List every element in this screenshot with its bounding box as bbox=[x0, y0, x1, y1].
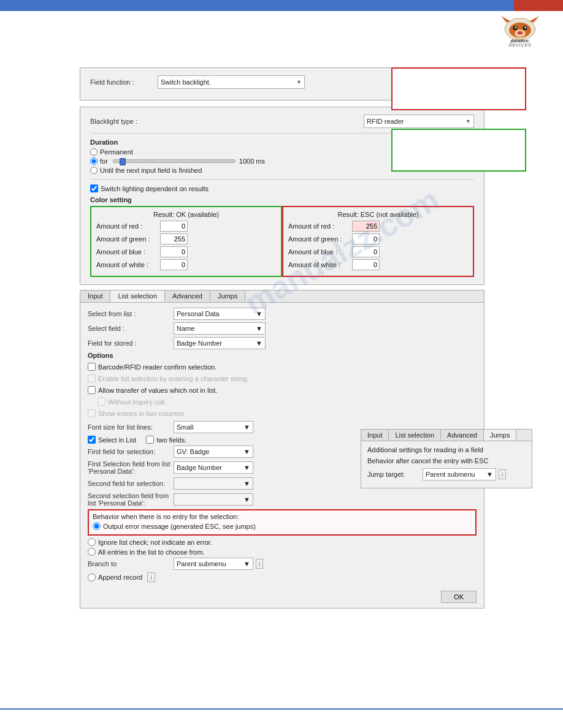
barcode-label: Barcode/RFID reader confirm selection. bbox=[98, 363, 216, 371]
branch-to-select[interactable]: Parent submenu ▼ bbox=[174, 558, 253, 570]
field-function-value: Switch backlight. bbox=[161, 78, 211, 86]
esc-red-row: Amount of red : bbox=[288, 221, 468, 232]
append-info-icon[interactable]: i bbox=[147, 572, 155, 582]
font-size-label: Font size for list lines: bbox=[88, 423, 174, 431]
slider-thumb[interactable] bbox=[120, 158, 126, 165]
field-for-stored-select[interactable]: Badge Number ▼ bbox=[174, 337, 266, 349]
select-field-row: Select field : Name ▼ bbox=[88, 322, 477, 335]
esc-color-box: Result: ESC (not available) Amount of re… bbox=[282, 206, 474, 277]
ok-box-title: Result: OK (available) bbox=[96, 211, 276, 218]
first-selection-field-label: First Selection field from list 'Persona… bbox=[88, 460, 174, 475]
select-field-label: Select field : bbox=[88, 325, 174, 332]
second-field-select[interactable]: ▼ bbox=[174, 477, 253, 490]
output-error-label: Output error message (generated ESC, see… bbox=[103, 523, 256, 530]
tab-list-selection[interactable]: List selection bbox=[110, 290, 165, 302]
preview-box-red bbox=[391, 67, 526, 110]
ignore-list-radio[interactable] bbox=[88, 538, 96, 546]
ok-green-input[interactable] bbox=[160, 233, 188, 245]
tab-input[interactable]: Input bbox=[80, 290, 110, 302]
first-selection-field-arrow: ▼ bbox=[243, 464, 250, 471]
jumps-tab-input[interactable]: Input bbox=[361, 430, 389, 441]
all-entries-radio[interactable] bbox=[88, 548, 96, 556]
switch-lighting-row: Switch lighting dependent on results bbox=[90, 184, 474, 192]
branch-to-row: Branch to Parent submenu ▼ i bbox=[88, 558, 477, 570]
ok-red-input[interactable] bbox=[160, 221, 188, 232]
ok-red-row: Amount of red : bbox=[96, 221, 276, 232]
jumps-tab-jumps[interactable]: Jumps bbox=[484, 430, 516, 441]
select-in-list-checkbox[interactable] bbox=[88, 436, 96, 444]
branch-info-icon[interactable]: i bbox=[256, 559, 263, 569]
esc-green-input[interactable] bbox=[352, 233, 380, 245]
svg-point-9 bbox=[518, 31, 523, 34]
font-size-value: Small bbox=[177, 423, 194, 431]
logo-area: datafox: devices bbox=[496, 13, 545, 48]
two-fields-check-row: two fields. bbox=[146, 436, 186, 444]
behavior-highlight-box: Behavior when there is no entry for the … bbox=[88, 509, 477, 536]
output-error-radio[interactable] bbox=[93, 522, 101, 530]
field-for-stored-arrow: ▼ bbox=[256, 339, 262, 347]
barcode-checkbox[interactable] bbox=[88, 363, 96, 371]
permanent-radio[interactable] bbox=[90, 148, 98, 156]
without-inquiry-label: Without inquiry call. bbox=[108, 398, 166, 406]
second-field-label: Second field for selection: bbox=[88, 480, 174, 487]
options-label: Options bbox=[88, 352, 477, 359]
esc-green-label: Amount of green : bbox=[288, 235, 350, 243]
jumps-tab-list-selection[interactable]: List selection bbox=[389, 430, 441, 441]
switch-lighting-label: Switch lighting dependent on results bbox=[101, 185, 209, 192]
svg-point-7 bbox=[515, 26, 517, 28]
permanent-label: Permanent bbox=[100, 148, 133, 156]
show-entries-checkbox[interactable] bbox=[88, 409, 96, 417]
all-entries-row: All entries in the list to choose from. bbox=[88, 548, 477, 556]
ok-blue-label: Amount of blue : bbox=[96, 248, 158, 256]
jump-target-value: Parent submenu bbox=[426, 471, 475, 478]
field-for-stored-row: Field for stored : Badge Number ▼ bbox=[88, 337, 477, 349]
tab-jumps[interactable]: Jumps bbox=[210, 290, 245, 302]
select-from-list-select[interactable]: Personal Data ▼ bbox=[174, 308, 266, 320]
select-in-list-check-row: Select in List bbox=[88, 436, 136, 444]
switch-lighting-checkbox[interactable] bbox=[90, 184, 98, 192]
enable-list-checkbox[interactable] bbox=[88, 374, 96, 382]
font-size-select[interactable]: Small ▼ bbox=[174, 421, 253, 433]
ok-blue-input[interactable] bbox=[160, 246, 188, 257]
second-selection-field-select[interactable]: ▼ bbox=[174, 493, 253, 506]
for-label: for bbox=[100, 157, 108, 165]
ok-white-input[interactable] bbox=[160, 259, 188, 270]
select-field-select[interactable]: Name ▼ bbox=[174, 322, 266, 335]
allow-transfer-checkbox[interactable] bbox=[88, 386, 96, 394]
jumps-content: Additional settings for reading in a fie… bbox=[361, 441, 532, 488]
top-bar bbox=[0, 0, 563, 11]
right-panel bbox=[391, 67, 532, 172]
slider-track[interactable] bbox=[113, 159, 236, 163]
ignore-list-label: Ignore list check; not indicate an error… bbox=[98, 539, 212, 546]
top-bar-red bbox=[514, 0, 563, 11]
for-radio[interactable] bbox=[90, 157, 98, 165]
tab-advanced[interactable]: Advanced bbox=[165, 290, 210, 302]
jump-target-select[interactable]: Parent submenu ▼ bbox=[423, 468, 496, 480]
append-record-radio[interactable] bbox=[88, 574, 96, 582]
branch-to-value: Parent submenu bbox=[177, 560, 226, 567]
field-for-stored-label: Field for stored : bbox=[88, 339, 174, 347]
logo-svg: datafox: bbox=[496, 13, 545, 44]
esc-red-input[interactable] bbox=[352, 221, 380, 232]
ok-button[interactable]: OK bbox=[441, 591, 477, 603]
until-radio[interactable] bbox=[90, 167, 98, 174]
jump-info-icon[interactable]: i bbox=[499, 469, 506, 479]
enable-list-row: Enable list selection by entering a char… bbox=[88, 374, 477, 382]
barcode-row: Barcode/RFID reader confirm selection. bbox=[88, 363, 477, 371]
first-field-select[interactable]: GV: Badge ▼ bbox=[174, 446, 253, 458]
select-from-list-row: Select from list : Personal Data ▼ bbox=[88, 308, 477, 320]
two-fields-checkbox[interactable] bbox=[146, 436, 154, 444]
ok-white-row: Amount of white : bbox=[96, 259, 276, 270]
font-size-arrow: ▼ bbox=[243, 423, 250, 431]
bottom-line bbox=[0, 708, 563, 710]
top-bar-blue bbox=[0, 0, 514, 11]
jumps-tab-advanced[interactable]: Advanced bbox=[441, 430, 484, 441]
without-inquiry-checkbox[interactable] bbox=[98, 398, 105, 406]
esc-white-input[interactable] bbox=[352, 259, 380, 270]
esc-blue-row: Amount of blue : bbox=[288, 246, 468, 257]
slider-container: 1000 ms bbox=[113, 157, 265, 165]
field-function-select[interactable]: Switch backlight. ▼ bbox=[158, 75, 305, 89]
first-selection-field-select[interactable]: Badge Number ▼ bbox=[174, 461, 253, 474]
logo-subtext: devices bbox=[508, 42, 532, 48]
esc-blue-input[interactable] bbox=[352, 246, 380, 257]
